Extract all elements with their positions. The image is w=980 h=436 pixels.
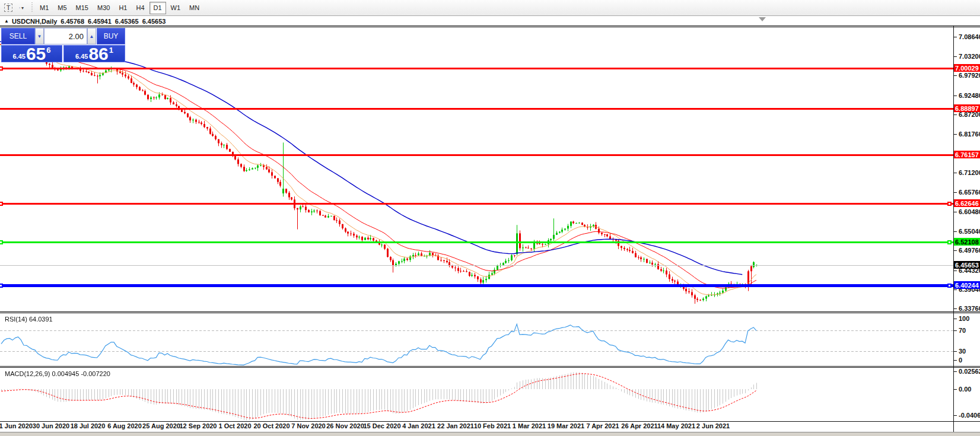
- price-level-badge-6.40244: 6.40244: [954, 281, 980, 289]
- horizontal-line-6.76157[interactable]: [0, 154, 953, 156]
- arrows-dropdown-button[interactable]: ▾: [15, 2, 28, 14]
- price-axis-tick: 6.97920: [959, 72, 980, 79]
- date-label: 19 Mar 2021: [548, 422, 584, 429]
- macd-separator[interactable]: [0, 366, 980, 368]
- timeframe-button-W1[interactable]: W1: [167, 2, 185, 14]
- price-axis-tickmark: [954, 56, 957, 57]
- collapse-triangle-icon[interactable]: ▲: [4, 18, 9, 24]
- sell-price-display[interactable]: 6.45 65 6: [1, 45, 62, 62]
- volume-increase-button[interactable]: ▲: [87, 28, 96, 44]
- date-label: 6 Aug 2020: [107, 422, 142, 429]
- chart-top-border: [0, 26, 980, 27]
- price-axis-tick: 6.92480: [959, 92, 980, 99]
- indicator-axis-tickmark: [954, 389, 957, 390]
- price-axis-tickmark: [954, 270, 957, 271]
- date-label: 4 Jan 2021: [402, 422, 435, 429]
- scroll-position-marker[interactable]: [759, 17, 766, 21]
- timeframe-button-M1[interactable]: M1: [36, 2, 53, 14]
- price-axis-tickmark: [954, 114, 957, 115]
- indicator-axis-tick: 70: [959, 327, 966, 334]
- timeframe-button-H1[interactable]: H1: [114, 2, 131, 14]
- date-label: 7 Apr 2021: [586, 422, 619, 429]
- line-handle[interactable]: [0, 202, 3, 206]
- horizontal-line-6.52108[interactable]: [0, 241, 953, 243]
- price-axis-tick: 6.49760: [959, 247, 980, 254]
- toolbar-separator: [31, 2, 33, 13]
- price-axis-tickmark: [954, 231, 957, 232]
- line-handle[interactable]: [947, 284, 952, 288]
- date-label: 25 Aug 2020: [142, 422, 180, 429]
- rsi-separator[interactable]: [0, 311, 980, 313]
- swap-arrows-icon: [19, 4, 20, 12]
- date-label: 7 Nov 2020: [291, 422, 325, 429]
- indicator-axis-tickmark: [954, 330, 957, 331]
- line-handle[interactable]: [0, 240, 3, 244]
- sell-price-point: 6: [46, 46, 50, 55]
- date-label: 14 May 2021: [657, 422, 695, 429]
- horizontal-line-6.62646[interactable]: [0, 203, 953, 205]
- buy-button[interactable]: BUY: [97, 28, 125, 44]
- window-bottom-strip: [0, 432, 980, 436]
- timeframe-button-M15[interactable]: M15: [72, 2, 93, 14]
- timeframe-button-M5[interactable]: M5: [53, 2, 71, 14]
- indicator-axis-tickmark: [954, 360, 957, 361]
- text-tool-icon: T: [4, 4, 13, 12]
- indicator-axis-tickmark: [954, 351, 957, 352]
- ohlc-low: 6.45365: [115, 18, 139, 25]
- buy-price-prefix: 6.45: [75, 53, 88, 60]
- price-axis-tickmark: [954, 212, 957, 212]
- timeframe-button-H4[interactable]: H4: [132, 2, 148, 14]
- horizontal-line-6.40244[interactable]: [0, 284, 953, 287]
- candlestick-chart-canvas[interactable]: [0, 28, 953, 311]
- indicator-axis-tickmark: [954, 371, 957, 372]
- line-handle[interactable]: [947, 240, 952, 244]
- indicator-axis-tick: 0.025623: [959, 368, 980, 375]
- text-tool-button[interactable]: T: [2, 2, 15, 14]
- price-axis-tickmark: [954, 96, 957, 96]
- timeframe-button-D1[interactable]: D1: [149, 2, 166, 14]
- horizontal-line-6.88897[interactable]: [0, 108, 953, 110]
- price-axis-tick: 6.65760: [959, 189, 980, 196]
- line-handle[interactable]: [0, 66, 3, 71]
- symbol-title: USDCNH,Daily: [12, 18, 57, 25]
- sell-price-prefix: 6.45: [12, 53, 25, 60]
- ohlc-open: 6.45768: [61, 18, 84, 25]
- rsi-indicator-canvas[interactable]: [0, 314, 953, 365]
- macd-indicator-canvas[interactable]: [0, 368, 953, 421]
- price-axis-tickmark: [954, 37, 957, 37]
- price-level-badge-6.62646: 6.62646: [954, 199, 980, 207]
- line-handle[interactable]: [947, 202, 952, 206]
- sell-button[interactable]: SELL: [1, 28, 35, 44]
- price-axis-tickmark: [954, 134, 957, 135]
- buy-price-point: 1: [109, 46, 113, 55]
- timeframe-button-MN[interactable]: MN: [185, 2, 203, 14]
- date-label: 26 Nov 2020: [326, 422, 364, 429]
- indicator-axis-tick: 100: [959, 315, 969, 322]
- price-level-badge-6.88897: 6.88897: [954, 104, 980, 112]
- toolbar: T ▾ M1M5M15M30H1H4D1W1MN: [0, 0, 980, 16]
- price-axis-tick: 6.71200: [959, 169, 980, 176]
- price-axis-tickmark: [954, 75, 957, 76]
- date-label: 1 Mar 2021: [513, 422, 546, 429]
- chevron-down-icon: ▾: [21, 5, 24, 11]
- price-axis-tick: 6.81760: [959, 131, 980, 138]
- buy-price-display[interactable]: 6.45 86 1: [63, 45, 125, 62]
- indicator-axis-tickmark: [954, 415, 957, 416]
- price-axis-tickmark: [954, 173, 957, 173]
- indicator-axis-tickmark: [954, 319, 957, 319]
- volume-input[interactable]: [44, 28, 87, 44]
- price-axis-tick: 6.55040: [959, 228, 980, 235]
- price-axis-tick: 7.03200: [959, 53, 980, 60]
- price-level-badge-6.76157: 6.76157: [954, 151, 980, 158]
- date-label: 12 Sep 2020: [180, 422, 217, 429]
- date-label: 2 Jun 2021: [696, 422, 730, 429]
- line-handle[interactable]: [0, 284, 3, 288]
- price-axis-tick: 6.33760: [959, 305, 980, 312]
- date-label: 15 Dec 2020: [364, 422, 401, 429]
- horizontal-line-7.00029[interactable]: [0, 68, 953, 69]
- one-click-trading-panel: SELL ▼ ▲ BUY 6.45 65 6 6.45 86 1: [1, 28, 125, 62]
- timeframe-button-M30[interactable]: M30: [93, 2, 114, 14]
- volume-decrease-button[interactable]: ▼: [35, 28, 44, 44]
- date-label: 20 Oct 2020: [253, 422, 289, 429]
- price-axis-tickmark: [954, 308, 957, 309]
